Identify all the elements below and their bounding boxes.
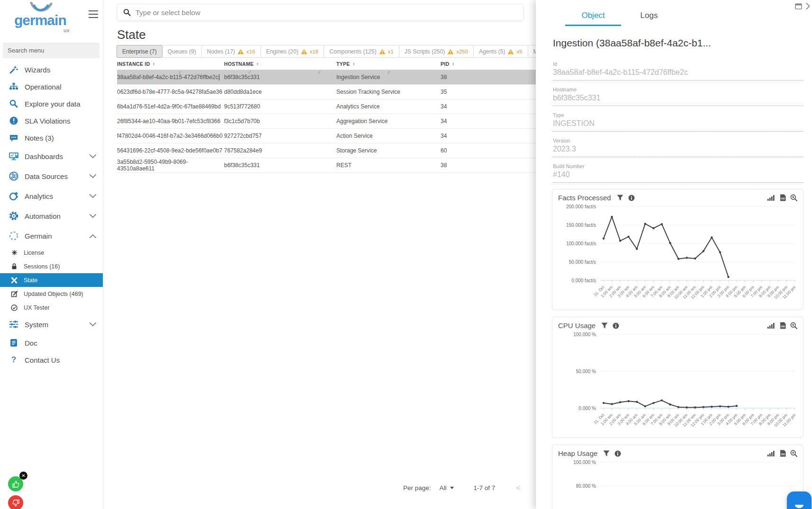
tab-object[interactable]: Object: [565, 8, 621, 26]
object-fields: Id 38aa58af-b8ef-4a2c-b115-472d76ffbe2c …: [553, 61, 803, 183]
column-header-pid[interactable]: PID▲▼: [441, 61, 537, 67]
svg-text:CSV: CSV: [781, 326, 785, 328]
state-tab-strip: Enterprise (7) Queues (9) Nodes (17) x16…: [117, 45, 564, 58]
tab-queues[interactable]: Queues (9): [162, 45, 202, 58]
sidebar-search-input[interactable]: [3, 43, 99, 58]
cell-pid: 38: [441, 162, 537, 169]
search-icon: [123, 9, 131, 16]
tab-js-scripts[interactable]: JS Scripts (250) x250: [399, 45, 474, 58]
column-resize-handle[interactable]: [388, 70, 389, 75]
cell-instance-id: 6b4a1d76-51ef-4d2a-9f0c-67fae88469bd: [117, 103, 224, 110]
sidebar-item-explore[interactable]: Explore your data: [0, 95, 103, 112]
csv-export-icon[interactable]: CSV: [780, 322, 786, 329]
previous-page-button[interactable]: <: [516, 484, 521, 492]
global-search-input[interactable]: [135, 9, 517, 17]
collapse-drawer-icon[interactable]: [806, 3, 810, 9]
sidebar-item-data-sources[interactable]: Data Sources: [0, 166, 103, 186]
tab-agents[interactable]: Agents (5) x5: [473, 45, 528, 58]
sidebar-item-label: UX Tester: [24, 304, 50, 311]
column-header-hostname[interactable]: HOSTNAME▲▼: [224, 61, 336, 67]
sidebar-item-sla-violations[interactable]: SLA Violations: [0, 112, 103, 129]
zoom-in-icon[interactable]: [790, 322, 797, 329]
table-row[interactable]: 0623df6d-b78e-4777-8c5a-94278fa5ae36 d80…: [117, 85, 537, 99]
sidebar-item-label: Contact Us: [25, 356, 60, 364]
sort-icon[interactable]: ▲▼: [352, 62, 355, 66]
info-icon[interactable]: [614, 450, 621, 457]
chat-widget-button[interactable]: [787, 491, 812, 509]
tab-components[interactable]: Components (125) x1: [324, 45, 399, 58]
facts-processed-chart-card: Facts Processed CSV 200.000 fact/s150.00…: [552, 189, 803, 310]
tab-label: Agents (5): [479, 48, 505, 55]
sidebar-item-system[interactable]: System: [0, 314, 103, 334]
zoom-in-icon[interactable]: [790, 450, 797, 457]
sidebar-item-contact-us[interactable]: ? Contact Us: [0, 351, 103, 368]
table-row[interactable]: f47802d4-0046-416f-b7a2-3e3466d066b0 927…: [117, 129, 537, 143]
column-header-type[interactable]: TYPE▲▼: [336, 61, 441, 67]
svg-text:CSV: CSV: [781, 198, 785, 200]
hamburger-menu-icon[interactable]: [89, 10, 98, 18]
sort-icon[interactable]: ▲▼: [256, 62, 259, 66]
table-row[interactable]: 6b4a1d76-51ef-4d2a-9f0c-67fae88469bd 9c5…: [117, 99, 537, 114]
info-icon[interactable]: [613, 322, 619, 329]
dashboard-monitor-icon: [9, 151, 19, 161]
per-page-value: All: [440, 484, 447, 491]
dismiss-feedback-button[interactable]: ✕: [19, 472, 27, 480]
column-label: TYPE: [336, 61, 350, 67]
search-icon: [9, 98, 19, 109]
heap-usage-line-chart[interactable]: 100.000 %80.000 %31. Oct1:00 am2:00 am3:…: [558, 458, 797, 509]
sidebar-item-automation[interactable]: Automation: [0, 206, 103, 226]
popout-window-icon[interactable]: [795, 3, 802, 9]
column-resize-handle[interactable]: [319, 70, 319, 75]
tab-enterprise[interactable]: Enterprise (7): [117, 45, 162, 58]
filter-icon[interactable]: [601, 322, 608, 329]
sidebar-item-ux-tester[interactable]: UX Tester: [0, 301, 103, 314]
sidebar-item-analytics[interactable]: Analytics: [0, 186, 103, 206]
chart-bars-icon[interactable]: [767, 195, 776, 201]
chart-bars-icon[interactable]: [767, 450, 776, 456]
filter-icon[interactable]: [617, 195, 623, 201]
logo-text: germain: [14, 12, 66, 28]
cell-type: Aggregation Service: [336, 118, 441, 125]
warning-triangle-icon: [447, 49, 454, 54]
info-icon[interactable]: [628, 195, 635, 201]
sort-icon[interactable]: ▲▼: [451, 62, 454, 66]
tab-logs[interactable]: Logs: [621, 8, 677, 26]
column-resize-handle[interactable]: [249, 70, 250, 75]
warning-count: x1: [388, 49, 394, 54]
table-row[interactable]: 3a55b8d2-5950-49b9-8069-43510a8ae611 b6f…: [117, 158, 537, 173]
per-page-select[interactable]: All: [440, 484, 454, 491]
chart-bars-icon[interactable]: [767, 322, 776, 329]
tab-label: Enterprise (7): [122, 48, 157, 55]
sidebar-item-germain[interactable]: Germain: [0, 226, 103, 246]
sidebar-item-sessions[interactable]: Sessions (16): [0, 259, 103, 273]
csv-export-icon[interactable]: CSV: [780, 194, 786, 201]
sidebar-item-notes[interactable]: Notes (3): [0, 129, 103, 146]
field-label: Build Number: [553, 163, 803, 169]
csv-export-icon[interactable]: CSV: [780, 450, 786, 457]
filter-icon[interactable]: [603, 450, 610, 456]
thumbs-down-button[interactable]: [8, 495, 23, 509]
facts-processed-line-chart[interactable]: 200.000 fact/s150.000 fact/s100.000 fact…: [558, 203, 797, 308]
tab-nodes[interactable]: Nodes (17) x16: [201, 45, 261, 58]
field-label: Hostname: [553, 87, 803, 92]
table-row[interactable]: 26f85344-ae10-40aa-9b01-7efc53cf8366 f3c…: [117, 114, 537, 129]
table-row[interactable]: 56431696-22cf-4508-9ea2-bde56f0ae0b7 767…: [117, 143, 537, 158]
zoom-in-icon[interactable]: [790, 194, 797, 201]
sidebar-item-updated-objects[interactable]: Updated Objects (469): [0, 287, 103, 301]
sidebar-item-state[interactable]: State: [0, 273, 103, 287]
svg-text:80.000 %: 80.000 %: [576, 483, 596, 489]
column-resize-handle[interactable]: [180, 70, 180, 75]
sidebar-item-dashboards[interactable]: Dashboards: [0, 146, 103, 166]
sidebar-item-wizards[interactable]: Wizards: [0, 61, 103, 78]
page-title: State: [117, 27, 146, 42]
column-header-instance-id[interactable]: INSTANCE ID▲▼: [117, 61, 224, 67]
sort-icon[interactable]: ▲▼: [153, 62, 155, 66]
sidebar-item-label: Updated Objects (469): [24, 291, 83, 297]
cell-instance-id: 3a55b8d2-5950-49b9-8069-43510a8ae611: [117, 159, 224, 172]
sidebar-item-operational[interactable]: Operational: [0, 78, 103, 95]
thumbs-up-icon: [12, 480, 20, 488]
sidebar-item-license[interactable]: License: [0, 246, 103, 259]
cpu-usage-line-chart[interactable]: 100.000 %50.000 %0.000 %31. Oct1:00 am2:…: [558, 330, 797, 436]
sidebar-item-doc[interactable]: Doc: [0, 334, 103, 351]
tab-engines[interactable]: Engines (20) x18: [261, 45, 325, 58]
